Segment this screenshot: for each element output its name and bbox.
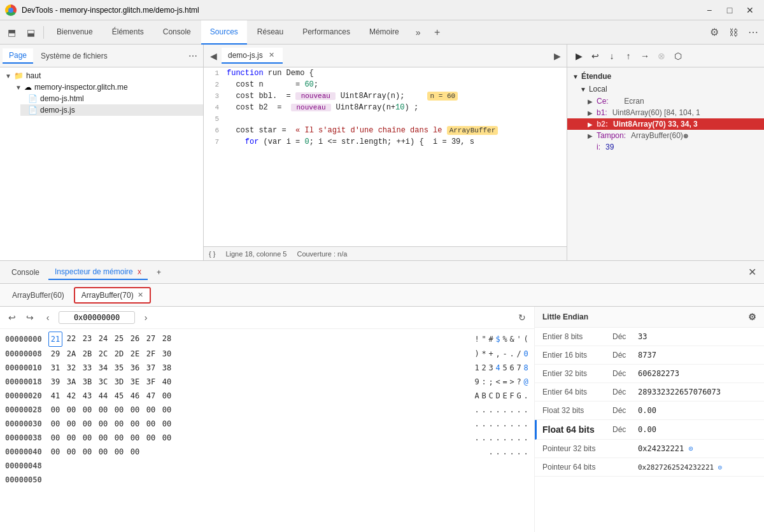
- hex-char-0-7[interactable]: (: [523, 332, 529, 346]
- hex-byte-6-6[interactable]: 00: [144, 417, 158, 431]
- hex-char-8-0[interactable]: .: [488, 445, 494, 459]
- hex-char-1-5[interactable]: .: [509, 347, 515, 361]
- buffer-tab-70-close[interactable]: ✕: [138, 291, 143, 299]
- hex-char-0-6[interactable]: ': [516, 332, 522, 346]
- sidebar-tab-filesystem[interactable]: Système de fichiers: [34, 49, 114, 63]
- scope-item-i[interactable]: ▶ i: 39: [567, 141, 764, 153]
- hex-char-1-0[interactable]: ): [474, 347, 480, 361]
- hex-char-7-2[interactable]: .: [488, 431, 494, 445]
- hex-byte-5-4[interactable]: 00: [112, 403, 126, 417]
- hex-refresh-button[interactable]: ↻: [515, 311, 529, 325]
- hex-byte-4-4[interactable]: 45: [112, 389, 126, 403]
- hex-byte-1-0[interactable]: 29: [48, 347, 62, 361]
- hex-byte-1-3[interactable]: 2C: [96, 347, 110, 361]
- hex-char-7-0[interactable]: .: [474, 431, 480, 445]
- dock-right-button[interactable]: ⬓: [22, 24, 39, 41]
- tree-item-glitch[interactable]: ▼ ☁ memory-inspector.glitch.me: [10, 81, 203, 93]
- hex-char-4-5[interactable]: F: [509, 389, 515, 403]
- hex-byte-0-6[interactable]: 27: [144, 332, 158, 347]
- hex-byte-1-1[interactable]: 2A: [64, 347, 78, 361]
- more-tabs-button[interactable]: »: [409, 24, 427, 41]
- hex-byte-6-5[interactable]: 00: [128, 417, 142, 431]
- hex-char-4-1[interactable]: B: [481, 389, 487, 403]
- hex-char-0-3[interactable]: $: [495, 332, 501, 346]
- hex-byte-0-3[interactable]: 24: [96, 332, 110, 347]
- hex-byte-5-1[interactable]: 00: [64, 403, 78, 417]
- step-button[interactable]: →: [637, 48, 653, 64]
- hex-char-2-7[interactable]: 8: [523, 361, 529, 375]
- hex-char-3-1[interactable]: :: [481, 375, 487, 389]
- hex-char-1-7[interactable]: 0: [523, 347, 529, 361]
- hex-byte-2-0[interactable]: 31: [48, 361, 62, 375]
- hex-byte-5-5[interactable]: 00: [128, 403, 142, 417]
- hex-char-3-2[interactable]: ;: [488, 375, 494, 389]
- hex-byte-5-2[interactable]: 00: [80, 403, 94, 417]
- scope-header-etendue[interactable]: ▼ Étendue: [567, 70, 764, 83]
- hex-char-2-5[interactable]: 6: [509, 361, 515, 375]
- hex-byte-6-2[interactable]: 00: [80, 417, 94, 431]
- hex-undo-button[interactable]: ↩: [5, 311, 19, 325]
- hex-byte-5-7[interactable]: 00: [160, 403, 174, 417]
- hex-byte-7-4[interactable]: 00: [112, 431, 126, 445]
- scope-item-tampon[interactable]: ▶ Tampon: ArrayBuffer(60)⊕: [567, 130, 764, 141]
- hex-char-4-3[interactable]: D: [495, 389, 501, 403]
- hex-char-2-1[interactable]: 2: [481, 361, 487, 375]
- hex-char-7-6[interactable]: .: [516, 431, 522, 445]
- hex-byte-8-3[interactable]: 00: [96, 445, 110, 459]
- hex-char-1-3[interactable]: ,: [495, 347, 501, 361]
- hex-byte-3-1[interactable]: 3A: [64, 375, 78, 389]
- hex-char-3-5[interactable]: >: [509, 375, 515, 389]
- hex-char-5-0[interactable]: .: [474, 403, 480, 417]
- bottom-tab-add[interactable]: +: [150, 265, 167, 279]
- hex-byte-2-3[interactable]: 34: [96, 361, 110, 375]
- hex-char-3-6[interactable]: ?: [516, 375, 522, 389]
- tab-bienvenue[interactable]: Bienvenue: [48, 20, 102, 45]
- step-over-button[interactable]: ↩: [588, 48, 603, 64]
- hex-byte-5-3[interactable]: 00: [96, 403, 110, 417]
- hex-byte-7-7[interactable]: 00: [160, 431, 174, 445]
- hex-byte-7-1[interactable]: 00: [64, 431, 78, 445]
- hex-char-4-6[interactable]: G: [516, 389, 522, 403]
- hex-byte-8-4[interactable]: 00: [112, 445, 126, 459]
- resume-button[interactable]: ▶: [571, 48, 586, 64]
- hex-byte-3-3[interactable]: 3C: [96, 375, 110, 389]
- buffer-tab-60[interactable]: ArrayBuffer(60): [5, 288, 71, 303]
- scope-item-b1[interactable]: ▶ b1: Uint8Array(60) [84, 104, 1: [567, 107, 764, 118]
- ptr64-link-icon[interactable]: ⊙: [718, 463, 723, 472]
- hex-char-5-2[interactable]: .: [488, 403, 494, 417]
- tab-memoire[interactable]: Mémoire: [360, 20, 408, 45]
- tab-console[interactable]: Console: [154, 20, 200, 45]
- tree-item-js[interactable]: 📄 demo-js.js: [20, 104, 203, 116]
- hex-byte-4-7[interactable]: 00: [160, 389, 174, 403]
- scope-item-b2[interactable]: ▶ b2: Uint8Array(70) 33, 34, 3: [567, 118, 764, 130]
- bottom-tab-inspector[interactable]: Inspecteur de mémoire x: [48, 265, 148, 280]
- hex-byte-8-2[interactable]: 00: [80, 445, 94, 459]
- tree-item-haut[interactable]: ▼ 📁 haut: [0, 70, 203, 81]
- hex-byte-6-0[interactable]: 00: [48, 417, 62, 431]
- tab-performances[interactable]: Performances: [294, 20, 359, 45]
- hex-char-3-4[interactable]: =: [502, 375, 508, 389]
- hex-byte-0-1[interactable]: 22: [64, 332, 78, 347]
- hex-byte-0-2[interactable]: 23: [80, 332, 94, 347]
- hex-char-8-4[interactable]: .: [516, 445, 522, 459]
- hex-forward-button[interactable]: ›: [139, 311, 153, 325]
- hex-byte-1-7[interactable]: 30: [160, 347, 174, 361]
- hex-char-2-3[interactable]: 4: [495, 361, 501, 375]
- step-out-button[interactable]: ↑: [621, 48, 636, 64]
- hex-byte-8-0[interactable]: 00: [48, 445, 62, 459]
- hex-char-0-1[interactable]: ": [481, 332, 487, 346]
- network-button[interactable]: ⛓: [725, 24, 742, 41]
- hex-char-2-6[interactable]: 7: [516, 361, 522, 375]
- hex-char-4-0[interactable]: A: [474, 389, 480, 403]
- hex-char-3-3[interactable]: <: [495, 375, 501, 389]
- tab-reseau[interactable]: Réseau: [248, 20, 292, 45]
- hex-byte-3-0[interactable]: 39: [48, 375, 62, 389]
- hex-char-3-7[interactable]: @: [523, 375, 529, 389]
- hex-byte-1-6[interactable]: 2F: [144, 347, 158, 361]
- hex-byte-4-6[interactable]: 47: [144, 389, 158, 403]
- hex-char-6-3[interactable]: .: [495, 417, 501, 431]
- hex-byte-0-0[interactable]: 21: [48, 332, 62, 347]
- value-panel-gear-icon[interactable]: ⚙: [748, 312, 756, 322]
- hex-char-7-5[interactable]: .: [509, 431, 515, 445]
- hex-char-5-7[interactable]: .: [523, 403, 529, 417]
